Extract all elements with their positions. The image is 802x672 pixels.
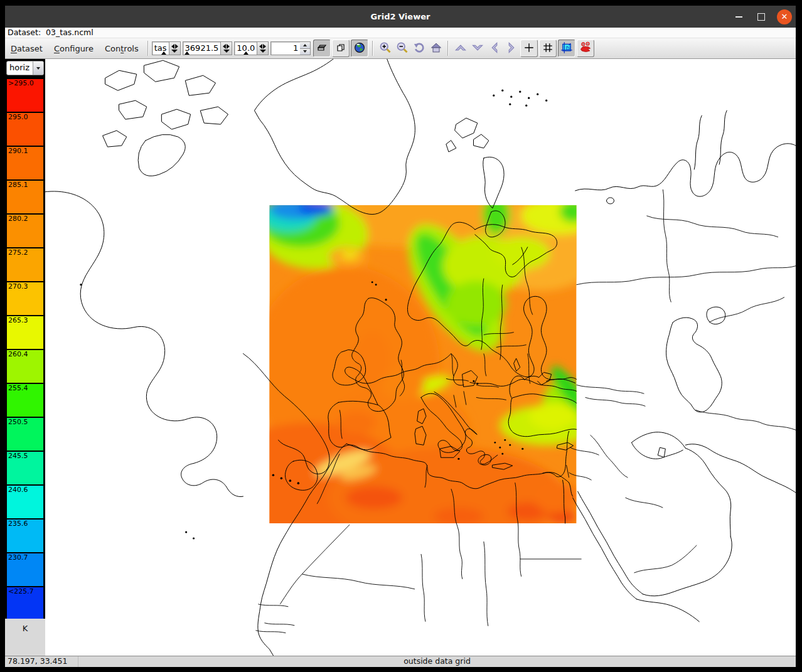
view-mode-dropdown[interactable]: horiz — [6, 61, 44, 75]
globe-icon — [354, 42, 365, 55]
legend-band-label: 280.2 — [8, 215, 28, 223]
stride-field[interactable]: 1 — [270, 41, 300, 55]
legend-band: 255.4 — [6, 383, 45, 417]
chevron-left-icon — [488, 41, 501, 56]
level-spinner[interactable] — [257, 41, 269, 55]
plus-button[interactable] — [520, 40, 538, 57]
printer-icon — [316, 43, 328, 55]
value-position-tick — [243, 51, 249, 55]
undo-icon — [413, 41, 425, 56]
time-field[interactable]: 36921.5 — [183, 41, 221, 55]
legend-band: 270.3 — [6, 281, 45, 315]
minimize-button[interactable] — [732, 10, 746, 24]
legend-band: 265.3 — [6, 315, 45, 349]
legend-band-label: 245.5 — [8, 452, 28, 460]
legend-band-label: 235.6 — [8, 520, 28, 528]
legend-band: 290.1 — [6, 146, 45, 179]
legend-band: 275.2 — [6, 247, 45, 281]
timeseries-icon: ts — [560, 41, 573, 56]
probe-crab-button[interactable] — [577, 40, 594, 57]
chevron-down-icon — [471, 41, 484, 56]
window-title: Grid2 Viewer — [5, 12, 796, 21]
probe-crab-icon — [579, 41, 592, 56]
copy-pages-icon — [335, 43, 346, 55]
legend-band-label: 240.6 — [8, 486, 28, 494]
legend-band-label: >295.0 — [8, 79, 34, 87]
legend-band-label: 250.5 — [8, 418, 28, 426]
zoom-in-icon — [379, 41, 392, 56]
svg-text:ts: ts — [565, 45, 570, 51]
chevron-up-icon — [454, 41, 468, 56]
chevron-right-icon — [505, 41, 518, 56]
legend-band: 250.5 — [6, 417, 45, 451]
plus-icon — [523, 42, 535, 55]
maximize-icon — [757, 13, 765, 21]
legend-band: 280.2 — [6, 213, 45, 247]
time-spinner[interactable] — [220, 41, 232, 55]
chevron-up-button[interactable] — [452, 40, 469, 56]
menu-controls[interactable]: Controls — [99, 44, 144, 53]
chevron-down-icon[interactable] — [33, 61, 43, 75]
step-up-button[interactable] — [300, 42, 310, 49]
variable-field-group: tas — [152, 41, 181, 55]
world-map[interactable] — [45, 59, 796, 656]
value-position-tick — [184, 51, 190, 55]
maximize-button[interactable] — [754, 10, 768, 24]
zoom-out-icon — [396, 41, 409, 56]
menu-dataset[interactable]: Dataset — [5, 44, 48, 53]
toolbar-separator — [372, 41, 373, 56]
app-window: Grid2 Viewer ✕ Dataset: 03_tas.ncml Data… — [5, 6, 796, 665]
legend-band-label: 270.3 — [8, 282, 28, 291]
legend-band-label: 265.3 — [8, 316, 28, 324]
legend-band: 295.0 — [6, 112, 45, 146]
legend-band: 245.5 — [6, 451, 45, 484]
variable-field[interactable]: tas — [152, 41, 169, 55]
printer-button[interactable] — [313, 40, 331, 57]
globe-button[interactable] — [351, 40, 368, 57]
level-field-group: 10.0 — [234, 41, 269, 55]
legend-band: 285.1 — [6, 179, 45, 213]
legend-band-label: 260.4 — [8, 350, 28, 358]
toolbar-icons: ts — [313, 40, 595, 57]
legend-band-label: <225.7 — [8, 587, 34, 595]
legend-band-label: 275.2 — [8, 248, 28, 257]
view-mode-value: horiz — [7, 61, 33, 75]
legend-band-label: 230.7 — [8, 553, 28, 562]
grid-lines-button[interactable] — [539, 40, 557, 57]
legend-band: 240.6 — [6, 484, 45, 518]
time-field-group: 36921.5 — [183, 41, 233, 55]
menu-configure[interactable]: Configure — [48, 44, 99, 53]
step-down-button[interactable] — [300, 49, 310, 55]
legend-units: K — [5, 619, 45, 656]
zoom-out-button[interactable] — [393, 40, 410, 56]
level-field[interactable]: 10.0 — [234, 41, 257, 55]
zoom-in-button[interactable] — [377, 40, 393, 56]
legend-column: horiz >295.0295.0290.1285.1280.2275.2270… — [5, 59, 45, 656]
legend-band-label: 295.0 — [8, 113, 28, 121]
chevron-down-button[interactable] — [469, 40, 486, 56]
chevron-right-button[interactable] — [503, 40, 520, 56]
grid-lines-icon — [542, 42, 553, 55]
toolbar-separator — [147, 41, 149, 56]
window-controls: ✕ — [732, 6, 792, 28]
legend-band: 230.7 — [6, 552, 45, 586]
legend-band: >295.0 — [6, 78, 45, 112]
title-bar: Grid2 Viewer ✕ — [5, 6, 796, 28]
chevron-left-button[interactable] — [486, 40, 503, 56]
legend-bands: >295.0295.0290.1285.1280.2275.2270.3265.… — [5, 78, 45, 621]
menu-toolbar: DatasetConfigureControls tas36921.510.01… — [5, 38, 796, 59]
home-icon — [430, 41, 442, 56]
stride-stepper — [300, 41, 311, 55]
status-message: outside data grid — [78, 656, 796, 667]
timeseries-button[interactable]: ts — [558, 40, 575, 57]
toolbar-separator — [447, 41, 449, 56]
toolbar-fields: tas36921.510.01 — [152, 41, 313, 55]
copy-pages-button[interactable] — [332, 40, 350, 57]
home-button[interactable] — [427, 40, 444, 56]
legend-band: 235.6 — [6, 518, 45, 552]
legend-band-label: 290.1 — [8, 147, 28, 155]
close-button[interactable]: ✕ — [777, 9, 792, 24]
map-area[interactable] — [45, 59, 796, 656]
undo-button[interactable] — [410, 40, 427, 56]
variable-spinner[interactable] — [169, 41, 181, 55]
